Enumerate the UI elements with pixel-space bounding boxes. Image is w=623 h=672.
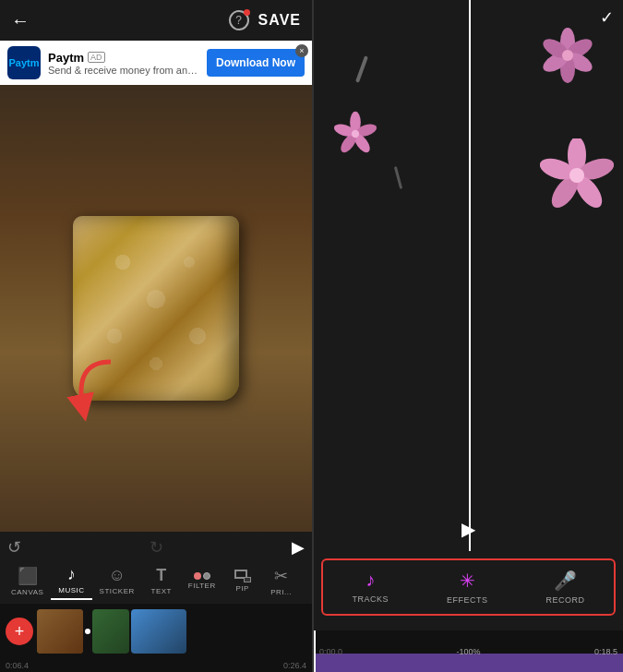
timeline: + [0, 604, 312, 659]
video-preview [0, 85, 312, 532]
timestamp-end: 0:26.4 [283, 661, 306, 670]
canvas-label: CANVAS [11, 588, 43, 596]
timestamp-start: 0:06.4 [6, 661, 29, 670]
help-button[interactable]: ? [229, 10, 249, 30]
play-button[interactable]: ▶ [292, 537, 305, 558]
filter-label: FILTER [188, 582, 216, 590]
effects-icon: ✳ [460, 570, 475, 592]
record-icon: 🎤 [554, 570, 577, 592]
effects-label: EFFECTS [447, 595, 488, 605]
more-label: PRI... [270, 588, 292, 596]
undo-button[interactable]: ↺ [7, 537, 21, 558]
add-clip-button[interactable]: + [6, 618, 33, 645]
text-icon: T [156, 566, 166, 585]
clip-divider [85, 629, 90, 634]
pip-icon [234, 570, 251, 582]
tracks-label: TRACKS [352, 594, 389, 604]
header-left: ← [11, 10, 30, 31]
tool-pip[interactable]: PIP [223, 566, 262, 596]
back-button[interactable]: ← [11, 10, 30, 31]
tool-sticker[interactable]: ☺ STICKER [92, 562, 142, 599]
timeline-clips [37, 607, 312, 655]
tool-text[interactable]: T TEXT [142, 562, 181, 599]
help-dot [244, 9, 250, 16]
arrow-svg [55, 353, 129, 426]
right-cursor-line [314, 630, 316, 672]
zoom-indicator: -100% [456, 647, 480, 656]
right-timeline: 0:00.0 -100% 0:18.5 [314, 630, 623, 672]
clip-1[interactable] [37, 609, 83, 654]
right-timestamps: 0:00.0 -100% 0:18.5 [314, 643, 623, 660]
sticker-icon: ☺ [108, 566, 125, 585]
ad-subtitle: Send & receive money from any phone ... [48, 65, 199, 76]
tracks-icon: ♪ [365, 570, 375, 591]
tools-highlight-box: ♪ TRACKS ✳ EFFECTS 🎤 RECORD [321, 558, 616, 616]
flower-3 [540, 138, 614, 212]
right-panel: ✓ ▶ ♪ TRACKS ✳ EFFECTS 🎤 RECORD 0:00. [314, 0, 623, 672]
tool-music[interactable]: ♪ MUSIC [51, 561, 91, 600]
ad-info: Paytm AD Send & receive money from any p… [48, 51, 199, 76]
tool-canvas[interactable]: ⬛ CANVAS [4, 562, 51, 600]
stem-2 [394, 166, 402, 189]
sticker-label: STICKER [100, 587, 135, 595]
right-bottom: ♪ TRACKS ✳ EFFECTS 🎤 RECORD [314, 551, 623, 630]
tool-record[interactable]: 🎤 RECORD [545, 570, 584, 605]
pip-label: PIP [236, 584, 249, 593]
clip-thumb-2 [92, 609, 129, 654]
canvas-icon: ⬛ [18, 566, 38, 586]
bottom-controls: ↺ ↻ ▶ ⬛ CANVAS ♪ MUSIC ☺ STICKER T TEXT [0, 532, 312, 604]
tool-more[interactable]: ✂ PRI... [262, 562, 301, 600]
download-button[interactable]: Download Now [207, 49, 305, 77]
stem-1 [355, 55, 368, 83]
save-button[interactable]: SAVE [258, 12, 301, 29]
clip-2[interactable] [92, 609, 129, 654]
ad-logo: Paytm [7, 46, 41, 79]
record-label: RECORD [545, 595, 584, 605]
ad-close-button[interactable]: × [295, 44, 308, 57]
tool-tracks[interactable]: ♪ TRACKS [352, 570, 389, 605]
text-label: TEXT [151, 587, 172, 595]
ad-title-row: Paytm AD [48, 51, 199, 65]
ad-logo-text: Paytm [8, 57, 39, 68]
tool-bar: ⬛ CANVAS ♪ MUSIC ☺ STICKER T TEXT FILTER [0, 561, 312, 600]
red-arrow [55, 353, 129, 430]
redo-button[interactable]: ↻ [150, 537, 163, 558]
header-right: ? SAVE [229, 10, 301, 30]
timeline-cursor [469, 0, 471, 551]
right-timestamp-end: 0:18.5 [594, 647, 617, 656]
clip-thumb-1 [37, 609, 83, 654]
header: ← ? SAVE [0, 0, 312, 41]
filter-icon [194, 572, 210, 580]
tool-effects[interactable]: ✳ EFFECTS [447, 570, 488, 605]
svg-point-13 [352, 130, 359, 138]
right-timestamp-start: 0:00.0 [319, 647, 342, 656]
control-row: ↺ ↻ ▶ [0, 537, 312, 558]
left-panel: ← ? SAVE Paytm Paytm AD Send & receive m… [0, 0, 312, 672]
ad-title: Paytm [48, 51, 84, 65]
right-play-button[interactable]: ▶ [461, 518, 475, 540]
svg-point-19 [569, 168, 584, 183]
tool-filter[interactable]: FILTER [181, 569, 223, 594]
flower-1 [540, 28, 595, 83]
ad-banner: Paytm Paytm AD Send & receive money from… [0, 41, 312, 85]
timestamps: 0:06.4 0:26.4 [0, 659, 312, 672]
clip-3[interactable] [131, 609, 186, 654]
ad-badge: AD [88, 52, 105, 63]
music-icon: ♪ [67, 565, 76, 584]
music-label: MUSIC [58, 586, 84, 594]
confirm-button[interactable]: ✓ [600, 7, 614, 28]
right-video-preview: ✓ ▶ [314, 0, 623, 551]
flower-2 [332, 111, 378, 157]
svg-point-7 [562, 50, 573, 61]
scissors-icon: ✂ [274, 566, 288, 586]
